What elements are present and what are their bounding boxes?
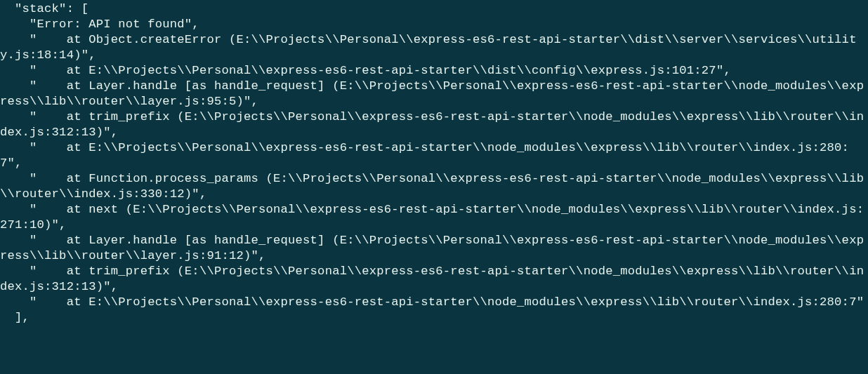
stack-line: " at next (E:\\Projects\\Personal\\expre… (0, 203, 864, 232)
stack-line: " at Layer.handle [as handle_request] (E… (0, 234, 864, 262)
stack-line: " at trim_prefix (E:\\Projects\\Personal… (0, 265, 864, 293)
stack-line: " at E:\\Projects\\Personal\\express-es6… (0, 64, 731, 77)
stack-line: " at E:\\Projects\\Personal\\express-es6… (0, 295, 864, 309)
stack-line: "Error: API not found", (0, 18, 199, 31)
stack-line: " at Layer.handle [as handle_request] (E… (0, 79, 864, 108)
stack-line: " at Function.process_params (E:\\Projec… (0, 172, 864, 201)
stack-line: " at trim_prefix (E:\\Projects\\Personal… (0, 110, 864, 139)
json-close-line: ], (0, 311, 29, 324)
stack-line: " at E:\\Projects\\Personal\\express-es6… (0, 141, 849, 170)
json-key-line: "stack": [ (0, 2, 88, 15)
terminal-output: "stack": [ "Error: API not found", " at … (0, 0, 868, 326)
stack-line: " at Object.createError (E:\\Projects\\P… (0, 33, 857, 62)
